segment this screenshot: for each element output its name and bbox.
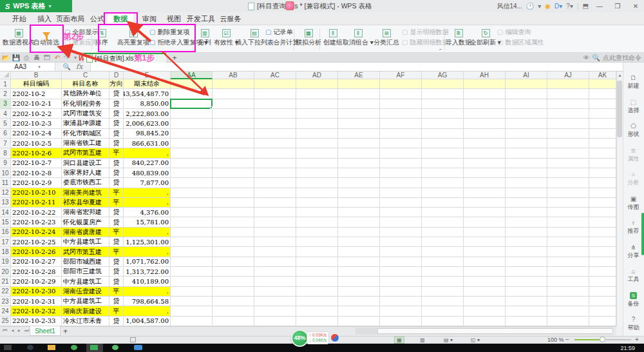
cell[interactable] [171,148,213,158]
cell[interactable]: 2202-10-2-32 [11,306,62,316]
cell[interactable] [254,237,296,247]
cell[interactable] [254,129,296,139]
cell[interactable]: 2202-10-2-10 [11,188,62,198]
cell[interactable] [296,79,338,89]
cell[interactable]: 中方县建筑工 [62,277,109,286]
cell[interactable] [464,217,506,227]
cell[interactable] [296,267,338,277]
cell[interactable]: 贷 [109,99,124,109]
cell[interactable] [213,217,254,227]
print-icon[interactable]: 🖶 [32,54,41,62]
start-button[interactable] [4,345,12,350]
cell[interactable] [213,129,254,139]
cell[interactable]: 2202-10-2-11 [11,198,62,208]
cell[interactable] [589,159,616,168]
cell[interactable]: 武冈市第五建 [62,247,109,257]
ribbon-button-reject-dup[interactable]: ▢拒绝录入重复项 ▾ [149,38,207,46]
cell[interactable] [506,237,547,247]
cell[interactable] [547,208,589,217]
cell[interactable] [464,277,506,286]
sheet-tab-sheet1[interactable]: Sheet1 [30,326,61,336]
cell[interactable] [171,139,213,148]
cell[interactable] [380,198,422,208]
ribbon-button-record-form[interactable]: ▢记录单 [265,28,292,36]
cell[interactable] [213,168,254,178]
cell[interactable] [547,237,589,247]
cell[interactable] [380,129,422,139]
magnifier-icon[interactable]: 🔍 [63,63,71,70]
column-header-AA[interactable]: AA [171,72,213,79]
view-normal-icon[interactable]: ▦ [394,337,404,344]
cell[interactable] [213,247,254,257]
cell[interactable] [213,267,254,277]
cell[interactable] [213,148,254,158]
sidebar-item-upload-image[interactable]: ▣传图 [623,194,644,213]
cell[interactable] [296,237,338,247]
name-box[interactable]: AA3 ▾ [0,63,55,71]
cell[interactable] [171,287,213,297]
cell[interactable] [338,317,380,326]
cell[interactable] [380,306,422,316]
cell[interactable]: 贷 [109,119,124,128]
cell[interactable] [171,89,213,99]
ribbon-button-show-detail[interactable]: ▢显示明细数据 [402,28,448,36]
menu-tab-开始[interactable]: 开始 [8,12,30,25]
cell[interactable] [380,168,422,178]
cell[interactable]: 贷 [109,317,124,326]
cell[interactable] [254,139,296,148]
cell[interactable] [213,297,254,306]
cell[interactable]: 湖南伍壹建设 [62,287,109,297]
column-header-D[interactable]: D [109,72,124,79]
cell[interactable] [338,129,380,139]
cell[interactable] [464,208,506,217]
cell[interactable] [422,178,464,188]
cell[interactable] [380,257,422,267]
cell[interactable] [589,247,616,257]
ribbon-button-edit-query[interactable]: ▢编辑查询 [497,28,531,36]
cell[interactable] [422,109,464,119]
cell[interactable]: 2202-10-2-23 [11,217,62,227]
cell[interactable] [171,297,213,306]
cell[interactable] [213,188,254,198]
cell[interactable] [296,89,338,99]
row-header-23[interactable]: 23 [0,297,11,306]
sheet-nav-arrows[interactable]: ⏮ ◂ ▸ ⏭ [3,328,30,334]
cell[interactable] [254,208,296,217]
cell[interactable] [547,79,589,89]
cell[interactable]: 2202-10-2-28 [11,267,62,277]
cell[interactable] [296,178,338,188]
row-header-14[interactable]: 14 [0,208,11,217]
cell[interactable] [589,109,616,119]
cell[interactable] [338,277,380,286]
cell[interactable] [213,139,254,148]
cell[interactable] [506,129,547,139]
cell[interactable]: 科目名称 [62,79,109,89]
cell[interactable] [506,188,547,198]
cell[interactable] [171,257,213,267]
cell[interactable] [338,139,380,148]
cell[interactable] [422,168,464,178]
cell[interactable] [213,79,254,89]
cell[interactable]: 湖南省铁工建 [62,139,109,148]
cell[interactable]: 湖南省虞唐建 [62,228,109,237]
cell[interactable] [213,198,254,208]
close-button[interactable]: ✕ [629,1,643,11]
cell[interactable] [171,247,213,257]
sidebar-item-help[interactable]: ?帮助 [623,315,644,334]
cell[interactable] [171,159,213,168]
cell[interactable]: 7,877.00 [124,178,171,188]
cell[interactable] [506,109,547,119]
cell[interactable] [171,188,213,198]
cell[interactable] [380,159,422,168]
cell[interactable] [213,208,254,217]
cell[interactable] [547,306,589,316]
cell[interactable] [422,89,464,99]
help-circle-icon[interactable]: ?▾ [566,3,573,10]
cell[interactable] [547,188,589,198]
cell[interactable]: 湖南省宏邦建 [62,208,109,217]
cell[interactable]: . [124,188,171,198]
cell[interactable] [589,267,616,277]
cell[interactable] [338,119,380,128]
row-header-3[interactable]: 3 [0,99,11,109]
cell[interactable]: 贷 [109,129,124,139]
